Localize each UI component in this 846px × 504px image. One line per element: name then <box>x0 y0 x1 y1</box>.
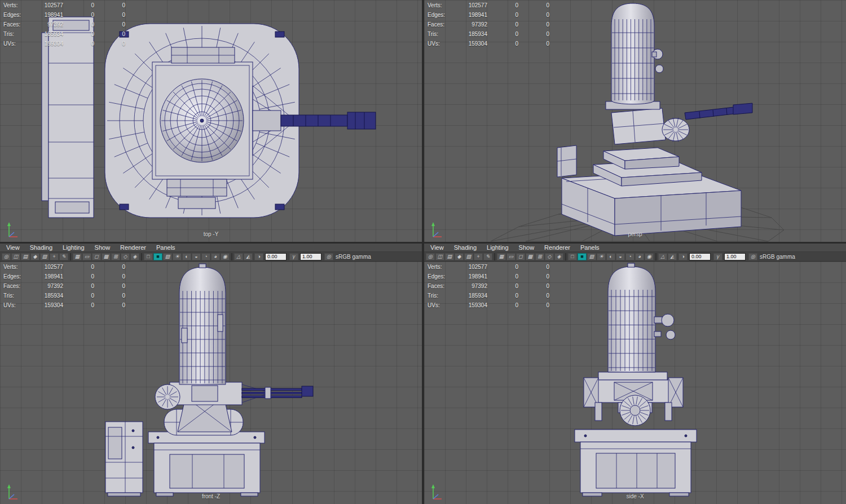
radar-dome-persp <box>606 3 663 109</box>
base-box-side <box>575 430 697 496</box>
viewport-canvas-persp[interactable]: Verts: 102577 0 0 Edges: 198941 0 0 Face… <box>424 0 846 242</box>
hud-row-uvs: UVs: 159304 0 0 <box>3 39 125 48</box>
safe-title-icon[interactable]: ◈ <box>554 253 563 260</box>
menu-panels[interactable]: Panels <box>575 244 605 252</box>
hud-row-faces: Faces: 97392 0 0 <box>428 281 549 291</box>
image-plane-icon[interactable]: ▧ <box>464 253 473 260</box>
gamma-icon[interactable]: γ <box>713 253 722 260</box>
ambient-occlusion-icon[interactable]: ◒ <box>616 253 625 260</box>
hud-row-edges: Edges: 198941 0 0 <box>3 10 125 20</box>
gamma-field[interactable] <box>300 253 321 260</box>
viewport-side[interactable]: ViewShadingLightingShowRendererPanels ◎◫… <box>424 244 846 504</box>
select-camera-icon[interactable]: ◎ <box>426 253 435 260</box>
viewport-label-front: front -Z <box>0 493 422 499</box>
safe-title-icon[interactable]: ◈ <box>130 253 139 260</box>
grease-pencil-icon[interactable]: ✎ <box>483 253 492 260</box>
menu-renderer[interactable]: Renderer <box>539 244 575 252</box>
menu-lighting[interactable]: Lighting <box>58 244 90 252</box>
shaded-icon[interactable]: ■ <box>153 253 162 260</box>
menu-renderer[interactable]: Renderer <box>115 244 151 252</box>
gamma-field[interactable] <box>724 253 746 260</box>
two-d-pan-zoom-icon[interactable]: + <box>50 253 59 260</box>
shadows-icon[interactable]: ◐ <box>182 253 191 260</box>
textured-icon[interactable]: ▨ <box>163 253 172 260</box>
field-chart-icon[interactable]: ⊞ <box>111 253 120 260</box>
exposure-icon[interactable]: ◑ <box>678 253 688 260</box>
shaded-icon[interactable]: ■ <box>578 253 587 260</box>
anti-aliasing-icon[interactable]: ◕ <box>635 253 644 260</box>
view-transform-label[interactable]: sRGB gamma <box>760 254 795 260</box>
menu-lighting[interactable]: Lighting <box>482 244 514 252</box>
gate-mask-icon[interactable]: ▩ <box>102 253 111 260</box>
isolate-select-icon[interactable]: △ <box>658 253 667 260</box>
hud-row-uvs: UVs: 159304 0 0 <box>3 300 125 310</box>
textured-icon[interactable]: ▨ <box>587 253 596 260</box>
menu-view[interactable]: View <box>425 244 449 252</box>
exposure-field[interactable] <box>265 253 287 260</box>
viewport-canvas-side[interactable]: Verts: 102577 0 0 Edges: 198941 0 0 Face… <box>424 262 846 504</box>
toolbar-separator <box>494 253 495 260</box>
field-chart-icon[interactable]: ⊞ <box>535 253 544 260</box>
viewport-persp[interactable]: Verts: 102577 0 0 Edges: 198941 0 0 Face… <box>424 0 846 242</box>
hud-row-faces: Faces: 97392 0 0 <box>428 20 549 29</box>
viewport-label-side: side -X <box>424 493 846 499</box>
view-transform-icon[interactable]: ◎ <box>324 253 333 260</box>
depth-of-field-icon[interactable]: ◉ <box>221 253 230 260</box>
anti-aliasing-icon[interactable]: ◕ <box>211 253 220 260</box>
viewport-top[interactable]: Verts: 102577 0 0 Edges: 198941 0 0 Face… <box>0 0 422 242</box>
hud-row-verts: Verts: 102577 0 0 <box>428 262 549 272</box>
menu-shading[interactable]: Shading <box>449 244 482 252</box>
gamma-icon[interactable]: γ <box>289 253 298 260</box>
isolate-select-icon[interactable]: △ <box>234 253 243 260</box>
image-plane-icon[interactable]: ▧ <box>40 253 49 260</box>
viewport-canvas-top[interactable]: Verts: 102577 0 0 Edges: 198941 0 0 Face… <box>0 0 422 242</box>
bookmarks-icon[interactable]: ◆ <box>455 253 464 260</box>
motion-blur-icon[interactable]: ◔ <box>201 253 210 260</box>
safe-action-icon[interactable]: ◇ <box>121 253 130 260</box>
grease-pencil-icon[interactable]: ✎ <box>59 253 68 260</box>
resolution-gate-icon[interactable]: ◻ <box>516 253 525 260</box>
motion-blur-icon[interactable]: ◔ <box>625 253 634 260</box>
gate-mask-icon[interactable]: ▩ <box>526 253 535 260</box>
shadows-icon[interactable]: ◐ <box>606 253 615 260</box>
grid-toggle-icon[interactable]: ▦ <box>73 253 82 260</box>
viewport-canvas-front[interactable]: Verts: 102577 0 0 Edges: 198941 0 0 Face… <box>0 262 422 504</box>
lock-camera-icon[interactable]: ◫ <box>11 253 20 260</box>
menu-show[interactable]: Show <box>514 244 540 252</box>
radar-dome-side <box>608 263 675 372</box>
viewport-front[interactable]: ViewShadingLightingShowRendererPanels ◎◫… <box>0 244 422 504</box>
hud-row-faces: Faces: 97392 0 0 <box>3 281 125 291</box>
grid-toggle-icon[interactable]: ▦ <box>497 253 506 260</box>
bookmarks-icon[interactable]: ◆ <box>30 253 39 260</box>
wireframe-icon[interactable]: □ <box>568 253 577 260</box>
xray-icon[interactable]: ◭ <box>668 253 677 260</box>
menu-view[interactable]: View <box>1 244 25 252</box>
lock-camera-icon[interactable]: ◫ <box>435 253 444 260</box>
lights-icon[interactable]: ☀ <box>173 253 182 260</box>
exposure-field[interactable] <box>689 253 711 260</box>
pedestal-persp <box>593 148 702 186</box>
ambient-occlusion-icon[interactable]: ◒ <box>192 253 201 260</box>
film-gate-icon[interactable]: ▭ <box>82 253 91 260</box>
resolution-gate-icon[interactable]: ◻ <box>92 253 101 260</box>
view-transform-icon[interactable]: ◎ <box>748 253 757 260</box>
axis-gizmo <box>5 220 21 239</box>
lights-icon[interactable]: ☀ <box>597 253 606 260</box>
xray-icon[interactable]: ◭ <box>244 253 253 260</box>
axis-gizmo <box>5 482 21 501</box>
menu-shading[interactable]: Shading <box>25 244 58 252</box>
hud-row-tris: Tris: 185934 0 0 <box>3 291 125 300</box>
menu-show[interactable]: Show <box>90 244 116 252</box>
safe-action-icon[interactable]: ◇ <box>545 253 554 260</box>
camera-attributes-icon[interactable]: ▤ <box>21 253 30 260</box>
depth-of-field-icon[interactable]: ◉ <box>645 253 654 260</box>
select-camera-icon[interactable]: ◎ <box>2 253 11 260</box>
film-gate-icon[interactable]: ▭ <box>506 253 515 260</box>
view-transform-label[interactable]: sRGB gamma <box>336 254 371 260</box>
two-d-pan-zoom-icon[interactable]: + <box>474 253 483 260</box>
wireframe-icon[interactable]: □ <box>144 253 153 260</box>
camera-attributes-icon[interactable]: ▤ <box>445 253 454 260</box>
gun-barrel-top <box>281 112 376 129</box>
menu-panels[interactable]: Panels <box>151 244 180 252</box>
exposure-icon[interactable]: ◑ <box>254 253 263 260</box>
